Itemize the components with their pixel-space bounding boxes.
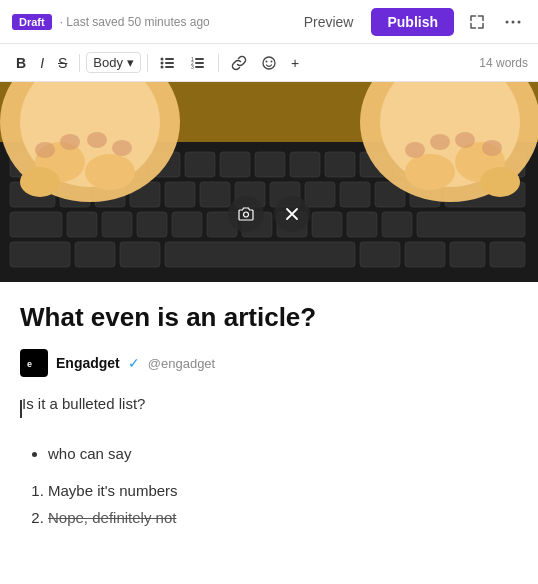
svg-rect-48 — [67, 212, 97, 237]
svg-rect-49 — [102, 212, 132, 237]
strikethrough-text: Nope, definitely not — [48, 509, 176, 526]
saved-text: · Last saved 50 minutes ago — [60, 15, 210, 29]
svg-rect-60 — [75, 242, 115, 267]
svg-rect-64 — [405, 242, 445, 267]
list-unordered-button[interactable] — [154, 51, 182, 75]
content-area: What even is an article? e Engadget ✓ @e… — [0, 282, 538, 557]
svg-rect-47 — [10, 212, 62, 237]
expand-button[interactable] — [464, 9, 490, 35]
svg-rect-11 — [195, 66, 204, 68]
image-overlay-buttons — [228, 196, 310, 232]
svg-text:3: 3 — [191, 63, 194, 69]
divider-2 — [147, 54, 148, 72]
emoji-button[interactable] — [255, 51, 283, 75]
divider-3 — [218, 54, 219, 72]
svg-point-0 — [506, 20, 509, 23]
article-title[interactable]: What even is an article? — [20, 302, 518, 333]
more-icon — [504, 13, 522, 31]
svg-rect-56 — [347, 212, 377, 237]
svg-point-76 — [480, 167, 520, 197]
svg-rect-26 — [220, 152, 250, 177]
svg-rect-62 — [165, 242, 355, 267]
format-bar: B I S Body ▾ 1 2 3 — [0, 44, 538, 82]
svg-rect-50 — [137, 212, 167, 237]
svg-point-81 — [405, 142, 425, 158]
remove-image-button[interactable] — [274, 196, 310, 232]
svg-point-79 — [87, 132, 107, 148]
list-item-strikethrough[interactable]: Nope, definitely not — [48, 504, 518, 531]
svg-rect-59 — [10, 242, 70, 267]
author-logo: e — [20, 349, 48, 377]
svg-point-83 — [455, 132, 475, 148]
svg-point-8 — [161, 65, 164, 68]
svg-point-71 — [20, 167, 60, 197]
preview-button[interactable]: Preview — [296, 10, 362, 34]
style-selector[interactable]: Body ▾ — [86, 52, 141, 73]
svg-point-85 — [244, 212, 249, 217]
chevron-down-icon: ▾ — [127, 55, 134, 70]
svg-rect-5 — [165, 66, 174, 68]
svg-rect-39 — [200, 182, 230, 207]
draft-badge: Draft — [12, 14, 52, 30]
camera-icon — [237, 205, 255, 223]
svg-point-80 — [112, 140, 132, 156]
author-name: Engadget — [56, 355, 120, 371]
svg-text:e: e — [27, 359, 32, 369]
list-item[interactable]: who can say — [48, 440, 518, 467]
svg-point-15 — [263, 57, 275, 69]
svg-point-2 — [518, 20, 521, 23]
verified-badge-icon: ✓ — [128, 355, 140, 371]
more-options-button[interactable] — [500, 9, 526, 35]
svg-point-16 — [266, 60, 268, 62]
close-icon — [285, 207, 299, 221]
svg-rect-63 — [360, 242, 400, 267]
author-handle: @engadget — [148, 356, 215, 371]
add-button[interactable]: + — [285, 51, 305, 75]
svg-rect-4 — [165, 62, 174, 64]
word-count: 14 words — [479, 56, 528, 70]
svg-rect-29 — [325, 152, 355, 177]
style-label: Body — [93, 55, 123, 70]
body-prompt-text[interactable]: Is it a bulleted list? — [22, 393, 145, 416]
publish-button[interactable]: Publish — [371, 8, 454, 36]
body-text-line: Is it a bulleted list? — [20, 393, 518, 426]
svg-point-7 — [161, 61, 164, 64]
svg-rect-66 — [490, 242, 525, 267]
list-item[interactable]: Maybe it's numbers — [48, 477, 518, 504]
engadget-logo-icon: e — [24, 353, 44, 373]
svg-rect-10 — [195, 62, 204, 64]
link-button[interactable] — [225, 51, 253, 75]
svg-rect-38 — [165, 182, 195, 207]
svg-point-77 — [35, 142, 55, 158]
list-unordered-icon — [160, 55, 176, 71]
svg-rect-65 — [450, 242, 485, 267]
svg-point-78 — [60, 134, 80, 150]
top-bar-right: Preview Publish — [296, 8, 526, 36]
svg-point-84 — [482, 140, 502, 156]
top-bar-left: Draft · Last saved 50 minutes ago — [12, 14, 210, 30]
keyboard-svg — [0, 82, 538, 282]
italic-button[interactable]: I — [34, 51, 50, 75]
hero-image — [0, 82, 538, 282]
svg-rect-43 — [340, 182, 370, 207]
emoji-icon — [261, 55, 277, 71]
svg-point-70 — [85, 154, 135, 190]
divider-1 — [79, 54, 80, 72]
bullet-list: who can say — [48, 440, 518, 467]
svg-point-6 — [161, 57, 164, 60]
author-row: e Engadget ✓ @engadget — [20, 349, 518, 377]
svg-point-17 — [271, 60, 273, 62]
svg-rect-27 — [255, 152, 285, 177]
list-ordered-icon: 1 2 3 — [190, 55, 206, 71]
list-ordered-button[interactable]: 1 2 3 — [184, 51, 212, 75]
svg-rect-61 — [120, 242, 160, 267]
bold-button[interactable]: B — [10, 51, 32, 75]
replace-image-button[interactable] — [228, 196, 264, 232]
svg-point-75 — [405, 154, 455, 190]
svg-rect-57 — [382, 212, 412, 237]
numbered-list: Maybe it's numbers Nope, definitely not — [48, 477, 518, 531]
svg-rect-51 — [172, 212, 202, 237]
expand-icon — [468, 13, 486, 31]
svg-rect-28 — [290, 152, 320, 177]
strikethrough-button[interactable]: S — [52, 51, 73, 75]
